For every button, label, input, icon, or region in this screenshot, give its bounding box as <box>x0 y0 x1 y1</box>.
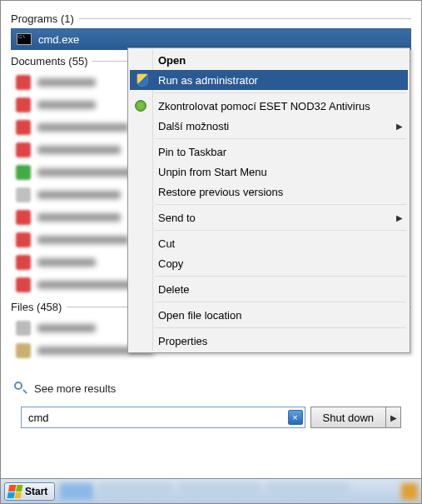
menu-cut-label: Cut <box>158 237 175 250</box>
bottom-bar: × Shut down ▶ <box>11 407 411 437</box>
shutdown-group: Shut down ▶ <box>310 407 401 428</box>
taskbar-items-blurred <box>60 483 418 500</box>
menu-delete-label: Delete <box>158 283 190 296</box>
chevron-right-icon: ▶ <box>396 213 403 222</box>
menu-restore-label: Restore previous versions <box>158 186 283 198</box>
clear-search-button[interactable]: × <box>288 410 303 425</box>
shutdown-label: Shut down <box>323 412 374 424</box>
menu-open-label: Open <box>158 54 186 67</box>
documents-header-label: Documents (55) <box>11 55 87 67</box>
menu-properties[interactable]: Properties <box>153 331 408 351</box>
menu-copy[interactable]: Copy <box>153 253 408 273</box>
taskbar: Start <box>1 478 421 503</box>
close-icon: × <box>292 412 297 422</box>
search-icon <box>14 382 27 395</box>
program-label: cmd.exe <box>38 33 79 46</box>
menu-run-as-admin-label: Run as administrator <box>158 74 258 87</box>
start-button[interactable]: Start <box>4 482 55 501</box>
search-box[interactable]: × <box>21 407 305 428</box>
menu-pin-label: Pin to Taskbar <box>158 146 226 158</box>
see-more-results[interactable]: See more results <box>14 382 411 395</box>
context-menu: Open Run as administrator Zkontrolovat p… <box>127 47 410 353</box>
eset-icon <box>133 98 148 113</box>
menu-cut[interactable]: Cut <box>153 233 408 253</box>
windows-logo-icon <box>7 485 23 498</box>
menu-unpin-label: Unpin from Start Menu <box>158 166 267 178</box>
cmd-icon <box>17 33 32 45</box>
menu-pin-taskbar[interactable]: Pin to Taskbar <box>153 142 408 162</box>
menu-eset-scan[interactable]: Zkontrolovat pomocí ESET NOD32 Antivirus <box>153 96 408 116</box>
files-header-label: Files (458) <box>11 301 62 313</box>
menu-delete[interactable]: Delete <box>153 279 408 299</box>
menu-unpin-start[interactable]: Unpin from Start Menu <box>153 162 408 182</box>
chevron-right-icon: ▶ <box>396 122 403 131</box>
see-more-label: See more results <box>34 382 116 395</box>
menu-props-label: Properties <box>158 335 207 347</box>
search-input[interactable] <box>27 411 288 425</box>
shield-icon <box>135 72 150 87</box>
menu-more-label: Další možnosti <box>158 120 229 132</box>
menu-open[interactable]: Open <box>153 50 408 70</box>
menu-openloc-label: Open file location <box>158 309 241 322</box>
start-label: Start <box>25 486 47 497</box>
menu-run-as-admin[interactable]: Run as administrator <box>130 70 408 90</box>
menu-copy-label: Copy <box>158 257 183 270</box>
shutdown-button[interactable]: Shut down <box>310 407 386 428</box>
menu-eset-label: Zkontrolovat pomocí ESET NOD32 Antivirus <box>158 100 370 112</box>
programs-header: Programs (1) <box>11 12 411 25</box>
shutdown-menu-button[interactable]: ▶ <box>386 407 401 428</box>
menu-restore-versions[interactable]: Restore previous versions <box>153 182 408 202</box>
menu-send-to[interactable]: Send to ▶ <box>153 207 408 227</box>
programs-header-label: Programs (1) <box>11 12 74 25</box>
menu-sendto-label: Send to <box>158 212 196 224</box>
menu-open-file-location[interactable]: Open file location <box>153 305 408 325</box>
chevron-right-icon: ▶ <box>390 413 397 422</box>
menu-more-options[interactable]: Další možnosti ▶ <box>153 116 408 136</box>
